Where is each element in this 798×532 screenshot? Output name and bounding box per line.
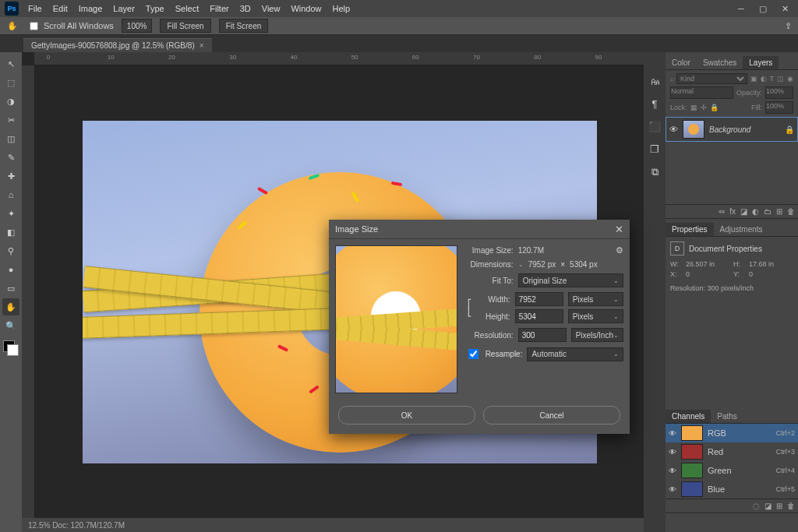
menu-select[interactable]: Select [171,0,204,17]
height-label: Height: [471,312,510,321]
marquee-tool[interactable]: ⬚ [2,74,19,91]
load-selection-icon[interactable]: ◌ [753,502,760,510]
layer-kind-select[interactable]: Kind [676,73,747,84]
visibility-icon[interactable]: 👁 [669,485,676,494]
width-unit-select[interactable]: Pixels⌄ [568,292,623,306]
resolution-unit-select[interactable]: Pixels/Inch⌄ [571,328,623,342]
layer-style-icon[interactable]: fx [729,207,736,216]
new-channel-icon[interactable]: ⊞ [776,502,782,510]
layer-background[interactable]: 👁 Background 🔒 [666,117,798,142]
libraries-panel-icon[interactable]: ❐ [650,143,659,155]
channel-blue[interactable]: 👁BlueCtrl+5 [666,480,798,499]
menu-view[interactable]: View [257,0,285,17]
tab-adjustments[interactable]: Adjustments [714,223,769,236]
window-close-icon[interactable]: ✕ [776,2,793,15]
move-tool[interactable]: ↖ [2,55,19,72]
panel-dock: Color Swatches Layers ⌕Kind▣◐T◫◉ NormalO… [666,52,798,532]
fill-label: Fill: [751,104,762,111]
paragraph-panel-icon[interactable]: ¶ [652,98,658,110]
prop-y: 0 [749,270,793,278]
delete-channel-icon[interactable]: 🗑 [787,502,795,510]
tab-layers[interactable]: Layers [743,56,779,69]
menu-type[interactable]: Type [141,0,169,17]
visibility-icon[interactable]: 👁 [669,467,676,475]
share-icon[interactable]: ⇪ [785,21,792,31]
menu-file[interactable]: File [23,0,47,17]
tab-properties[interactable]: Properties [666,223,714,236]
layer-mask-icon[interactable]: ◪ [740,207,747,216]
lock-position-icon[interactable]: ✢ [701,104,707,111]
layer-group-icon[interactable]: 🗀 [764,207,772,216]
new-layer-icon[interactable]: ⊞ [776,207,782,216]
swatches-panel-icon[interactable]: ⬛ [648,121,661,132]
cancel-button[interactable]: Cancel [483,406,620,425]
blend-mode-select[interactable]: Normal [670,86,733,99]
window-maximize-icon[interactable]: ▢ [754,2,772,15]
menu-image[interactable]: Image [74,0,108,17]
type-tool[interactable]: ⚲ [2,242,19,259]
visibility-icon[interactable]: 👁 [669,448,676,456]
ruler-vertical [22,65,35,518]
channel-rgb[interactable]: 👁RGBCtrl+2 [666,424,798,442]
lock-pixels-icon[interactable]: ▦ [690,104,697,111]
width-input[interactable] [515,292,563,306]
shape-tool[interactable]: ● [2,261,19,278]
lasso-tool[interactable]: ◑ [2,93,19,110]
zoom-field[interactable]: 100% [122,19,153,33]
fit-to-select[interactable]: Original Size⌄ [518,273,623,287]
zoom-tool[interactable]: 🔍 [2,317,19,334]
fill-screen-button[interactable]: Fill Screen [160,19,210,33]
menu-layer[interactable]: Layer [108,0,139,17]
document-tab[interactable]: GettyImages-900576808.jpg @ 12.5% (RGB/8… [23,38,212,52]
channel-green[interactable]: 👁GreenCtrl+4 [666,461,798,480]
height-unit-select[interactable]: Pixels⌄ [568,309,623,323]
character-panel-icon[interactable]: 🗛 [650,76,660,87]
opacity-field[interactable]: 100% [765,86,793,99]
fit-screen-button[interactable]: Fit Screen [219,19,269,33]
menu-help[interactable]: Help [328,0,355,17]
tab-channels[interactable]: Channels [666,410,711,423]
adjustment-layer-icon[interactable]: ◐ [752,207,759,216]
resample-select[interactable]: Automatic⌄ [527,347,623,361]
menu-filter[interactable]: Filter [205,0,233,17]
eyedropper-tool[interactable]: ✎ [2,149,19,166]
healing-tool[interactable]: ✚ [2,167,19,185]
brush-tool[interactable]: ⌂ [2,186,19,203]
menu-3d[interactable]: 3D [235,0,256,17]
dimensions-dropdown-icon[interactable]: ⌄ [518,261,524,268]
resolution-input[interactable] [518,328,567,342]
channel-red[interactable]: 👁RedCtrl+3 [666,442,798,461]
crop-tool[interactable]: ✂ [2,111,19,129]
gradient-tool[interactable]: ◧ [2,224,19,241]
dialog-close-icon[interactable]: ✕ [615,224,623,235]
scroll-all-checkbox[interactable]: Scroll All Windows [26,19,114,33]
tab-swatches[interactable]: Swatches [697,56,743,69]
gear-icon[interactable]: ⚙ [616,245,623,255]
visibility-icon[interactable]: 👁 [669,429,676,438]
app-logo: Ps [5,2,19,16]
visibility-icon[interactable]: 👁 [669,125,678,134]
history-panel-icon[interactable]: ⧉ [651,166,659,178]
dim-height: 5304 px [570,260,598,269]
menu-edit[interactable]: Edit [48,0,72,17]
save-selection-icon[interactable]: ◪ [764,502,772,510]
hand-tool[interactable]: ✋ [2,298,19,315]
window-minimize-icon[interactable]: ─ [733,2,750,15]
layer-name: Background [709,125,750,134]
frame-tool[interactable]: ◫ [2,130,19,147]
clone-tool[interactable]: ✦ [2,205,19,222]
color-swatches[interactable] [3,340,19,356]
rectangle-tool[interactable]: ▭ [2,280,19,297]
delete-layer-icon[interactable]: 🗑 [787,207,795,216]
hand-tool-icon: ✋ [6,19,19,32]
height-input[interactable] [515,309,563,323]
resample-checkbox[interactable] [468,349,478,359]
lock-all-icon[interactable]: 🔒 [710,104,719,111]
ok-button[interactable]: OK [338,406,475,425]
close-tab-icon[interactable]: × [200,41,204,50]
link-layers-icon[interactable]: ⇔ [719,207,725,216]
fill-field[interactable]: 100% [765,101,793,114]
tab-paths[interactable]: Paths [711,410,743,423]
tab-color[interactable]: Color [666,56,697,69]
menu-window[interactable]: Window [286,0,326,17]
